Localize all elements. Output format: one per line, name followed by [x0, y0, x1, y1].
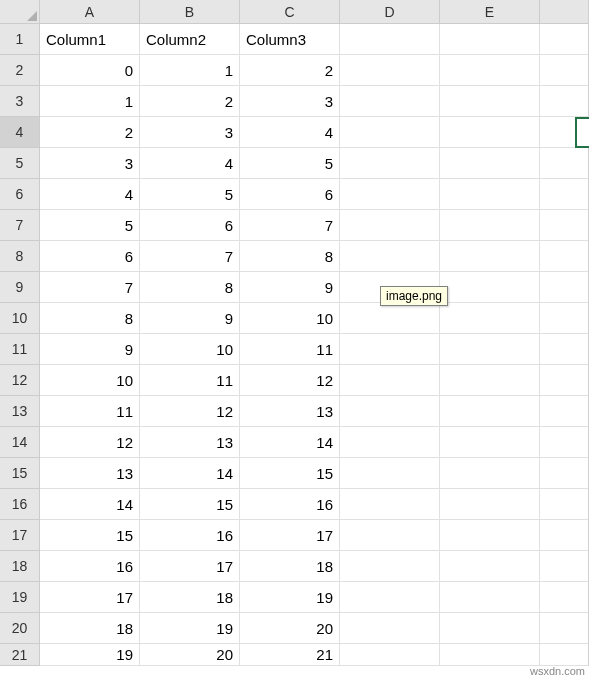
cell-1[interactable] [540, 24, 589, 55]
cell-12[interactable] [540, 365, 589, 396]
cell-E12[interactable] [440, 365, 540, 396]
column-header-B[interactable]: B [140, 0, 240, 24]
cell-C2[interactable]: 2 [240, 55, 340, 86]
cell-D11[interactable] [340, 334, 440, 365]
cell-A2[interactable]: 0 [40, 55, 140, 86]
cell-B10[interactable]: 9 [140, 303, 240, 334]
select-all-corner[interactable] [0, 0, 40, 24]
cell-8[interactable] [540, 241, 589, 272]
row-header-19[interactable]: 19 [0, 582, 40, 613]
cell-A10[interactable]: 8 [40, 303, 140, 334]
cell-D4[interactable] [340, 117, 440, 148]
cell-D16[interactable] [340, 489, 440, 520]
cell-E9[interactable] [440, 272, 540, 303]
column-header-E[interactable]: E [440, 0, 540, 24]
cell-D17[interactable] [340, 520, 440, 551]
cell-20[interactable] [540, 613, 589, 644]
cell-E8[interactable] [440, 241, 540, 272]
cell-A19[interactable]: 17 [40, 582, 140, 613]
cell-B5[interactable]: 4 [140, 148, 240, 179]
row-header-21[interactable]: 21 [0, 644, 40, 666]
cell-11[interactable] [540, 334, 589, 365]
row-header-11[interactable]: 11 [0, 334, 40, 365]
cell-B2[interactable]: 1 [140, 55, 240, 86]
cell-A17[interactable]: 15 [40, 520, 140, 551]
row-header-17[interactable]: 17 [0, 520, 40, 551]
cell-B17[interactable]: 16 [140, 520, 240, 551]
row-header-1[interactable]: 1 [0, 24, 40, 55]
cell-E21[interactable] [440, 644, 540, 666]
cell-B9[interactable]: 8 [140, 272, 240, 303]
cell-B11[interactable]: 10 [140, 334, 240, 365]
cell-A12[interactable]: 10 [40, 365, 140, 396]
cell-C10[interactable]: 10 [240, 303, 340, 334]
cell-C15[interactable]: 15 [240, 458, 340, 489]
cell-2[interactable] [540, 55, 589, 86]
cell-15[interactable] [540, 458, 589, 489]
cell-B13[interactable]: 12 [140, 396, 240, 427]
cell-D12[interactable] [340, 365, 440, 396]
cell-B4[interactable]: 3 [140, 117, 240, 148]
cell-A11[interactable]: 9 [40, 334, 140, 365]
column-header-end[interactable] [540, 0, 589, 24]
cell-6[interactable] [540, 179, 589, 210]
cell-C11[interactable]: 11 [240, 334, 340, 365]
cell-C21[interactable]: 21 [240, 644, 340, 666]
cell-A9[interactable]: 7 [40, 272, 140, 303]
cell-C4[interactable]: 4 [240, 117, 340, 148]
cell-D3[interactable] [340, 86, 440, 117]
cell-D18[interactable] [340, 551, 440, 582]
cell-A4[interactable]: 2 [40, 117, 140, 148]
cell-B12[interactable]: 11 [140, 365, 240, 396]
cell-B7[interactable]: 6 [140, 210, 240, 241]
row-header-2[interactable]: 2 [0, 55, 40, 86]
cell-C8[interactable]: 8 [240, 241, 340, 272]
cell-C13[interactable]: 13 [240, 396, 340, 427]
row-header-7[interactable]: 7 [0, 210, 40, 241]
cell-17[interactable] [540, 520, 589, 551]
cell-D10[interactable] [340, 303, 440, 334]
cell-E15[interactable] [440, 458, 540, 489]
cell-13[interactable] [540, 396, 589, 427]
cell-C17[interactable]: 17 [240, 520, 340, 551]
column-header-D[interactable]: D [340, 0, 440, 24]
row-header-15[interactable]: 15 [0, 458, 40, 489]
cell-B1[interactable]: Column2 [140, 24, 240, 55]
row-header-9[interactable]: 9 [0, 272, 40, 303]
row-header-6[interactable]: 6 [0, 179, 40, 210]
cell-19[interactable] [540, 582, 589, 613]
cell-B19[interactable]: 18 [140, 582, 240, 613]
cell-E11[interactable] [440, 334, 540, 365]
cell-E18[interactable] [440, 551, 540, 582]
cell-B21[interactable]: 20 [140, 644, 240, 666]
column-header-C[interactable]: C [240, 0, 340, 24]
column-header-A[interactable]: A [40, 0, 140, 24]
cell-D13[interactable] [340, 396, 440, 427]
cell-16[interactable] [540, 489, 589, 520]
cell-D8[interactable] [340, 241, 440, 272]
row-header-20[interactable]: 20 [0, 613, 40, 644]
cell-A6[interactable]: 4 [40, 179, 140, 210]
cell-E2[interactable] [440, 55, 540, 86]
row-header-5[interactable]: 5 [0, 148, 40, 179]
row-header-8[interactable]: 8 [0, 241, 40, 272]
cell-E14[interactable] [440, 427, 540, 458]
cell-B14[interactable]: 13 [140, 427, 240, 458]
cell-D6[interactable] [340, 179, 440, 210]
cell-21[interactable] [540, 644, 589, 666]
cell-E1[interactable] [440, 24, 540, 55]
cell-D7[interactable] [340, 210, 440, 241]
cell-C14[interactable]: 14 [240, 427, 340, 458]
cell-18[interactable] [540, 551, 589, 582]
cell-D15[interactable] [340, 458, 440, 489]
cell-5[interactable] [540, 148, 589, 179]
cell-E3[interactable] [440, 86, 540, 117]
cell-E17[interactable] [440, 520, 540, 551]
row-header-18[interactable]: 18 [0, 551, 40, 582]
cell-C6[interactable]: 6 [240, 179, 340, 210]
cell-B20[interactable]: 19 [140, 613, 240, 644]
cell-A18[interactable]: 16 [40, 551, 140, 582]
cell-C20[interactable]: 20 [240, 613, 340, 644]
cell-A5[interactable]: 3 [40, 148, 140, 179]
cell-D21[interactable] [340, 644, 440, 666]
